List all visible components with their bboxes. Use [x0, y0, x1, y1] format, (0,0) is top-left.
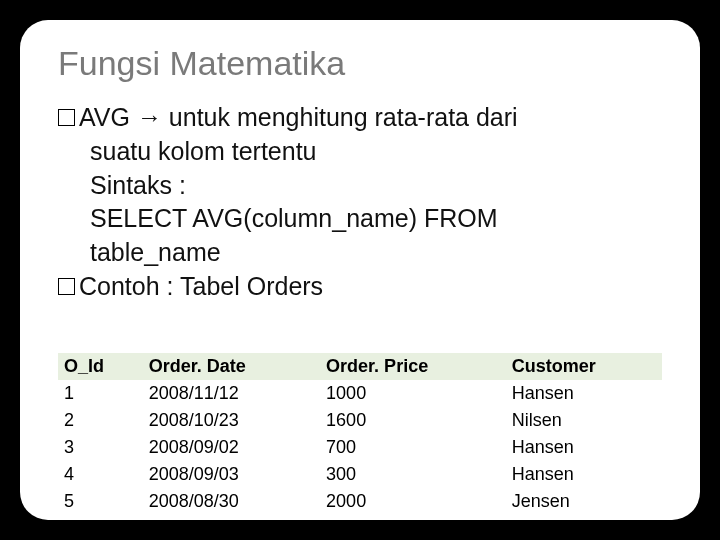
line-3: Sintaks : [90, 169, 662, 203]
bullet-1: AVG → untuk menghitung rata-rata dari [58, 101, 662, 135]
table-row: 2 2008/10/23 1600 Nilsen [58, 407, 662, 434]
table-row: 4 2008/09/03 300 Hansen [58, 461, 662, 488]
line-2: suatu kolom tertentu [90, 135, 662, 169]
cell-customer: Nilsen [506, 407, 662, 434]
cell-price: 100 [320, 515, 506, 520]
table-row: 5 2008/08/30 2000 Jensen [58, 488, 662, 515]
cell-date: 2008/09/03 [143, 461, 320, 488]
cell-customer: Hansen [506, 434, 662, 461]
cell-oid: 2 [58, 407, 143, 434]
line-4: SELECT AVG(column_name) FROM [90, 202, 662, 236]
checkbox-icon [58, 278, 75, 295]
cell-price: 2000 [320, 488, 506, 515]
cell-oid: 5 [58, 488, 143, 515]
cell-customer: Hansen [506, 380, 662, 407]
cell-price: 1000 [320, 380, 506, 407]
orders-table: O_Id Order. Date Order. Price Customer 1… [58, 353, 662, 520]
table-row: 1 2008/11/12 1000 Hansen [58, 380, 662, 407]
checkbox-icon [58, 109, 75, 126]
table-row: 6 2008/10/04 100 Nilsen [58, 515, 662, 520]
cell-price: 300 [320, 461, 506, 488]
cell-date: 2008/10/23 [143, 407, 320, 434]
slide: Fungsi Matematika AVG → untuk menghitung… [20, 20, 700, 520]
cell-date: 2008/08/30 [143, 488, 320, 515]
th-orderdate: Order. Date [143, 353, 320, 380]
cell-price: 700 [320, 434, 506, 461]
cell-oid: 3 [58, 434, 143, 461]
cell-date: 2008/09/02 [143, 434, 320, 461]
cell-date: 2008/10/04 [143, 515, 320, 520]
bullet-1-text: AVG → untuk menghitung rata-rata dari [79, 101, 518, 135]
bullet-2: Contoh : Tabel Orders [58, 270, 662, 304]
table-header-row: O_Id Order. Date Order. Price Customer [58, 353, 662, 380]
line-5: table_name [90, 236, 662, 270]
content-area: AVG → untuk menghitung rata-rata dari su… [58, 101, 662, 304]
cell-date: 2008/11/12 [143, 380, 320, 407]
bullet-1-prefix: AVG [79, 103, 137, 131]
cell-price: 1600 [320, 407, 506, 434]
cell-oid: 1 [58, 380, 143, 407]
cell-customer: Jensen [506, 488, 662, 515]
cell-oid: 4 [58, 461, 143, 488]
slide-title: Fungsi Matematika [58, 44, 662, 83]
th-orderprice: Order. Price [320, 353, 506, 380]
bullet-1-suffix: untuk menghitung rata-rata dari [162, 103, 518, 131]
cell-customer: Hansen [506, 461, 662, 488]
table-row: 3 2008/09/02 700 Hansen [58, 434, 662, 461]
th-oid: O_Id [58, 353, 143, 380]
cell-customer: Nilsen [506, 515, 662, 520]
arrow-icon: → [137, 103, 162, 131]
cell-oid: 6 [58, 515, 143, 520]
th-customer: Customer [506, 353, 662, 380]
orders-table-wrap: O_Id Order. Date Order. Price Customer 1… [58, 353, 662, 520]
bullet-2-text: Contoh : Tabel Orders [79, 270, 323, 304]
